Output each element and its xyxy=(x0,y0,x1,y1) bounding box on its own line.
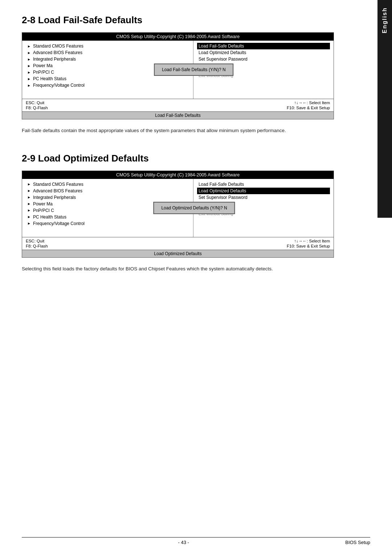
bios-29-menu-item-7: ► Frequency/Voltage Control xyxy=(26,220,189,227)
bios-28-menu-item-1: ► Standard CMOS Features xyxy=(26,43,189,49)
bios-28-footer-left: ESC: Quit F8: Q-Flash xyxy=(26,100,178,110)
bios-28-menu-item-7: ► Frequency/Voltage Control xyxy=(26,82,189,89)
section-29-heading: 2-9 Load Optimized Defaults xyxy=(22,153,356,164)
section-28-description: Fail-Safe defaults contain the most appr… xyxy=(22,127,334,135)
main-content: 2-8 Load Fail-Safe Defaults CMOS Setup U… xyxy=(0,0,392,556)
bios-29-footer-left: ESC: Quit F8: Q-Flash xyxy=(26,238,178,249)
bios-28-menu-item-3: ► Integrated Peripherals xyxy=(26,56,189,62)
bios-29-footer-right: ↑↓→←: Select Item F10: Save & Exit Setup xyxy=(178,238,330,249)
arrow-icon-3: ► xyxy=(27,57,31,61)
section-29-description: Selecting this field loads the factory d… xyxy=(22,265,334,273)
bios-28-menu-item-6: ► PC Health Status xyxy=(26,75,189,82)
bios-28-footer: ESC: Quit F8: Q-Flash ↑↓→←: Select Item … xyxy=(22,99,334,111)
arrow-icon-2: ► xyxy=(27,51,31,55)
arrow-icon-29-1: ► xyxy=(27,182,31,186)
section-28: 2-8 Load Fail-Safe Defaults CMOS Setup U… xyxy=(22,15,356,135)
arrow-icon-5: ► xyxy=(27,70,31,74)
section-29: 2-9 Load Optimized Defaults CMOS Setup U… xyxy=(22,153,356,273)
bios-box-29: CMOS Setup Utility-Copyright (C) 1984-20… xyxy=(22,171,334,258)
side-tab-label: English xyxy=(381,7,388,33)
bios-29-footer-f10: F10: Save & Exit Setup xyxy=(178,244,330,249)
arrow-icon-29-2: ► xyxy=(27,189,31,193)
arrow-icon-29-6: ► xyxy=(27,215,31,219)
arrow-icon-29-4: ► xyxy=(27,202,31,206)
section-28-heading: 2-8 Load Fail-Safe Defaults xyxy=(22,15,356,26)
arrow-icon-29-5: ► xyxy=(27,208,31,212)
arrow-icon-7: ► xyxy=(27,83,31,87)
bios-29-footer-nav: ↑↓→←: Select Item xyxy=(178,238,330,244)
bios-28-body: ► Standard CMOS Features ► Advanced BIOS… xyxy=(22,41,334,99)
arrow-icon-1: ► xyxy=(27,44,31,48)
bios-29-title: CMOS Setup Utility-Copyright (C) 1984-20… xyxy=(22,171,334,179)
bios-28-footer-f8: F8: Q-Flash xyxy=(26,105,178,110)
bios-29-menu-item-2: ► Advanced BIOS Features xyxy=(26,188,189,194)
bios-29-footer-f8: F8: Q-Flash xyxy=(26,244,178,249)
bios-29-right-item-3: Set Supervisor Password xyxy=(197,194,330,201)
page-footer: - 43 - BIOS Setup xyxy=(22,537,370,545)
bios-28-footer-right: ↑↓→←: Select Item F10: Save & Exit Setup xyxy=(178,100,330,110)
bios-28-bottom-bar: Load Fail-Safe Defaults xyxy=(22,111,334,119)
bios-box-28: CMOS Setup Utility-Copyright (C) 1984-20… xyxy=(22,32,334,119)
side-tab: English xyxy=(377,0,392,218)
bios-29-footer: ESC: Quit F8: Q-Flash ↑↓→←: Select Item … xyxy=(22,237,334,250)
bios-29-menu-item-6: ► PC Health Status xyxy=(26,214,189,220)
arrow-icon-4: ► xyxy=(27,64,31,68)
bios-29-dialog: Load Optimized Defaults (Y/N)? N xyxy=(153,202,235,214)
bios-28-footer-nav: ↑↓→←: Select Item xyxy=(178,100,330,105)
bios-29-footer-esc: ESC: Quit xyxy=(26,238,178,244)
bios-28-right-item-1: Load Fail-Safe Defaults xyxy=(197,43,330,49)
bios-29-menu-item-1: ► Standard CMOS Features xyxy=(26,181,189,188)
bios-29-bottom-bar: Load Optimized Defaults xyxy=(22,250,334,257)
bios-29-body: ► Standard CMOS Features ► Advanced BIOS… xyxy=(22,179,334,237)
bios-29-right-item-2: Load Optimized Defaults xyxy=(197,188,330,194)
bios-29-menu-item-3: ► Integrated Peripherals xyxy=(26,194,189,201)
bios-28-right-item-3: Set Supervisor Password xyxy=(197,56,330,62)
arrow-icon-29-7: ► xyxy=(27,221,31,225)
bios-28-footer-f10: F10: Save & Exit Setup xyxy=(178,105,330,110)
bios-28-dialog: Load Fail-Safe Defaults (Y/N)? N xyxy=(154,64,233,76)
bios-29-right-item-1: Load Fail-Safe Defaults xyxy=(197,181,330,188)
page-container: English 2-8 Load Fail-Safe Defaults CMOS… xyxy=(0,0,392,556)
arrow-icon-6: ► xyxy=(27,77,31,81)
page-number: - 43 - xyxy=(178,540,189,545)
arrow-icon-29-3: ► xyxy=(27,195,31,199)
bios-28-footer-esc: ESC: Quit xyxy=(26,100,178,105)
bios-28-right-item-2: Load Optimized Defaults xyxy=(197,49,330,56)
bios-28-title: CMOS Setup Utility-Copyright (C) 1984-20… xyxy=(22,33,334,41)
footer-right-label: BIOS Setup xyxy=(345,540,370,545)
bios-28-menu-item-2: ► Advanced BIOS Features xyxy=(26,49,189,56)
